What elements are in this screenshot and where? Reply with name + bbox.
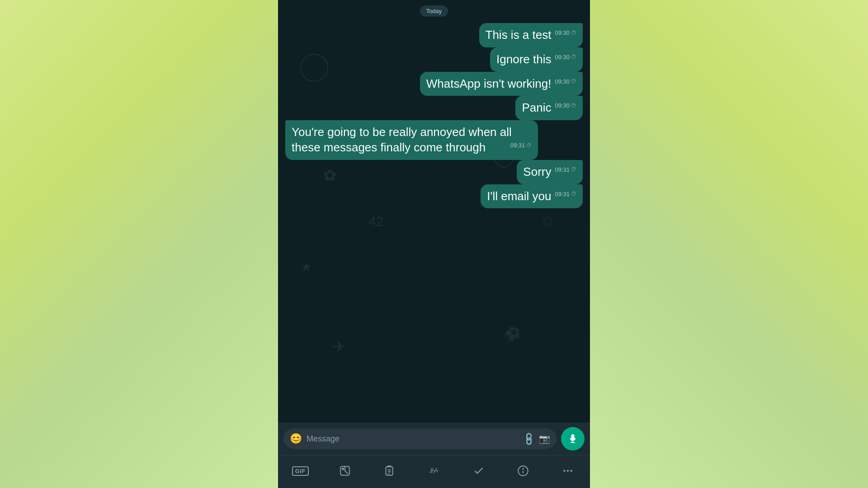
message-row: Ignore this09:30 ⏱: [285, 47, 583, 72]
message-text: This is a test: [486, 28, 552, 42]
svg-point-11: [342, 468, 344, 469]
message-bubble[interactable]: Sorry09:31 ⏱: [517, 160, 583, 184]
message-input[interactable]: Message: [307, 434, 519, 444]
message-text: WhatsApp isn't working!: [426, 77, 552, 90]
date-pill: Today: [420, 5, 448, 17]
camera-icon[interactable]: 📷: [539, 433, 550, 444]
message-text: You're going to be really annoyed when a…: [292, 125, 512, 154]
message-bubble[interactable]: You're going to be really annoyed when a…: [285, 120, 538, 160]
svg-point-21: [563, 470, 565, 472]
message-input-wrapper[interactable]: 😊 Message 🔗 📷: [283, 428, 557, 449]
message-time: 09:30 ⏱: [555, 102, 576, 110]
clock-icon: ⏱: [571, 78, 576, 85]
input-bar: 😊 Message 🔗 📷: [278, 422, 590, 455]
message-row: You're going to be really annoyed when a…: [285, 120, 583, 160]
checkmark-button[interactable]: [469, 461, 489, 481]
message-time: 09:31 ⏱: [510, 142, 532, 150]
message-bubble[interactable]: Panic09:30 ⏱: [515, 96, 583, 120]
background-left: [0, 0, 278, 488]
clock-icon: ⏱: [571, 30, 576, 37]
background-right: [590, 0, 868, 488]
messages-container: This is a test09:30 ⏱Ignore this09:30 ⏱W…: [285, 23, 583, 208]
message-time: 09:30 ⏱: [555, 78, 576, 86]
attach-icon[interactable]: 🔗: [521, 431, 537, 447]
message-time: 09:31 ⏱: [555, 166, 576, 174]
clock-icon: ⏱: [571, 191, 576, 198]
translate-button[interactable]: あ A: [424, 461, 444, 481]
message-time: 09:30 ⏱: [555, 54, 576, 61]
message-text: Ignore this: [496, 52, 551, 66]
clock-icon: ⏱: [571, 103, 576, 110]
bottom-toolbar: GIF あ A: [278, 455, 590, 488]
svg-text:A: A: [434, 467, 438, 474]
svg-point-23: [570, 470, 572, 472]
message-bubble[interactable]: Ignore this09:30 ⏱: [490, 47, 583, 72]
mic-button[interactable]: [561, 427, 585, 450]
clipboard-button[interactable]: [379, 461, 399, 481]
message-row: Panic09:30 ⏱: [285, 96, 583, 120]
clock-icon: ⏱: [526, 142, 532, 150]
chat-area: Today This is a test09:30 ⏱Ignore this09…: [278, 0, 590, 422]
message-bubble[interactable]: I'll email you09:31 ⏱: [481, 184, 583, 209]
message-time: 09:31 ⏱: [555, 191, 576, 198]
message-row: I'll email you09:31 ⏱: [285, 184, 583, 209]
message-bubble[interactable]: WhatsApp isn't working!09:30 ⏱: [420, 72, 583, 96]
message-row: This is a test09:30 ⏱: [285, 23, 583, 47]
phone-screen: ♥ ✿ ★ ☺ ✈ ⚽ 🎵 42 Today This is a test09:…: [278, 0, 590, 488]
info-button[interactable]: [513, 461, 533, 481]
gif-label: GIF: [292, 466, 309, 476]
message-text: I'll email you: [487, 189, 551, 203]
more-button[interactable]: [558, 461, 578, 481]
message-row: WhatsApp isn't working!09:30 ⏱: [285, 72, 583, 96]
message-bubble[interactable]: This is a test09:30 ⏱: [479, 23, 583, 47]
message-time: 09:30 ⏱: [555, 29, 576, 37]
gif-button[interactable]: GIF: [290, 461, 310, 481]
svg-point-22: [566, 470, 568, 472]
message-text: Panic: [522, 101, 551, 114]
clock-icon: ⏱: [571, 166, 576, 174]
emoji-button[interactable]: 😊: [290, 433, 302, 445]
message-text: Sorry: [523, 165, 551, 178]
sticker-button[interactable]: [335, 461, 355, 481]
clock-icon: ⏱: [571, 54, 576, 61]
message-row: Sorry09:31 ⏱: [285, 160, 583, 184]
